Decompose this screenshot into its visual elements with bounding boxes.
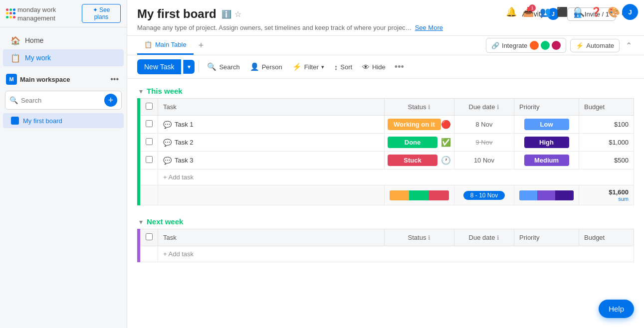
logo-dot-2 — [9, 8, 12, 11]
group-this-week-toggle[interactable]: ▾ — [139, 87, 143, 95]
sidebar-item-my-work[interactable]: 📋 My work — [3, 49, 124, 66]
integrate-button[interactable]: 🔗 Integrate — [486, 38, 566, 53]
workspace-more-button[interactable]: ••• — [108, 74, 121, 85]
person-toolbar-button[interactable]: 👤 Person — [246, 60, 286, 74]
group-next-week-toggle[interactable]: ▾ — [139, 218, 143, 226]
board-info-icon[interactable]: ℹ️ — [221, 9, 231, 19]
task-due-date-cell-0[interactable]: 8 Nov — [454, 116, 514, 134]
task-status-badge-0[interactable]: Working on it — [388, 119, 441, 130]
nw-add-task-cell[interactable]: + Add task — [158, 246, 634, 262]
sidebar-top-bar: monday work management ✦ See plans — [0, 0, 127, 27]
task-name-cell-1[interactable]: 💬 Task 2 — [158, 134, 385, 152]
group-next-week-title[interactable]: Next week — [147, 217, 183, 226]
board-star-icon[interactable]: ☆ — [234, 9, 241, 19]
global-search-button[interactable]: 🔍 — [572, 4, 587, 19]
summary-priority-low — [519, 190, 537, 200]
add-check-cell — [141, 169, 158, 185]
help-question-button[interactable]: ❓ — [589, 4, 604, 19]
group-this-week-title[interactable]: This week — [147, 87, 183, 95]
sidebar-search-input[interactable] — [21, 97, 101, 104]
sidebar-item-home-label: Home — [25, 36, 43, 44]
filter-dropdown-icon: ▾ — [321, 64, 324, 70]
group-next-week-container: Task Status ℹ Due date — [137, 229, 634, 262]
apps-button[interactable]: ⬛ — [555, 4, 570, 19]
automate-button[interactable]: ⚡ Automate — [570, 39, 620, 52]
th-due-date-info-icon[interactable]: ℹ — [497, 104, 499, 111]
automate-label: Automate — [586, 42, 614, 49]
logo-dot-5 — [9, 12, 12, 14]
logo-dot-3 — [13, 8, 15, 11]
color-logo-icon: 🎨 — [608, 6, 620, 18]
collapse-button[interactable]: ⌃ — [624, 39, 634, 52]
task-name-cell-2[interactable]: 💬 Task 3 — [158, 152, 385, 169]
sidebar-add-button[interactable]: + — [104, 94, 117, 107]
more-toolbar-button[interactable]: ••• — [392, 60, 407, 74]
task-checkbox-1[interactable] — [146, 138, 153, 145]
task-priority-badge-0[interactable]: Low — [524, 119, 569, 130]
brand-name: monday — [17, 6, 40, 13]
tab-add-button[interactable]: + — [194, 36, 209, 55]
sort-toolbar-label: Sort — [340, 63, 352, 71]
nw-add-task-row[interactable]: + Add task — [141, 246, 634, 262]
task-checkbox-0[interactable] — [146, 120, 153, 127]
summary-check-cell — [141, 185, 158, 205]
select-all-checkbox[interactable] — [146, 103, 153, 110]
task-emoji-1[interactable]: 💬 — [163, 139, 172, 147]
sidebar-item-home[interactable]: 🏠 Home — [3, 32, 124, 49]
task-name-1: Task 2 — [175, 139, 194, 146]
hide-toolbar-button[interactable]: 👁 Hide — [358, 60, 390, 74]
summary-priority-medium — [537, 190, 555, 200]
add-task-cell[interactable]: + Add task — [158, 169, 634, 185]
summary-priority-cell — [514, 185, 579, 205]
summary-seg-done — [409, 190, 429, 200]
next-week-header-row: Task Status ℹ Due date — [141, 229, 634, 246]
task-status-cell-1[interactable]: Done ✅ — [385, 134, 454, 152]
filter-toolbar-button[interactable]: ⚡ Filter ▾ — [288, 60, 328, 74]
toolbar: New Task ▾ 🔍 Search 👤 Person ⚡ Filter ▾ … — [127, 55, 644, 79]
task-due-date-cell-2[interactable]: 10 Nov — [454, 152, 514, 169]
nw-select-all-checkbox[interactable] — [146, 233, 153, 240]
nw-th-status-info-icon[interactable]: ℹ — [428, 234, 430, 241]
th-status-info-icon[interactable]: ℹ — [428, 104, 430, 111]
task-priority-cell-2[interactable]: Medium — [514, 152, 579, 169]
summary-seg-stuck — [429, 190, 449, 200]
integration-circle-3 — [552, 41, 561, 50]
task-status-cell-2[interactable]: Stuck 🕐 — [385, 152, 454, 169]
inbox-button[interactable]: 📥 1 — [521, 4, 536, 19]
th-status: Status ℹ — [385, 99, 454, 116]
nw-th-due-date-info-icon[interactable]: ℹ — [497, 234, 499, 241]
sidebar-item-my-first-board[interactable]: My first board — [3, 113, 124, 128]
task-emoji-0[interactable]: 💬 — [163, 121, 172, 129]
notification-button[interactable]: 🔔 — [504, 4, 519, 19]
user-avatar[interactable]: J — [622, 4, 638, 20]
task-priority-badge-1[interactable]: High — [524, 137, 569, 148]
summary-color-bar — [390, 190, 449, 200]
add-task-row[interactable]: + Add task — [141, 169, 634, 185]
task-priority-cell-1[interactable]: High — [514, 134, 579, 152]
task-status-badge-2[interactable]: Stuck — [388, 155, 437, 166]
task-emoji-2[interactable]: 💬 — [163, 157, 172, 164]
new-task-button[interactable]: New Task — [137, 59, 181, 74]
new-task-dropdown-button[interactable]: ▾ — [183, 60, 195, 74]
global-search-icon: 🔍 — [574, 7, 585, 17]
integration-icons — [530, 41, 561, 50]
search-toolbar-button[interactable]: 🔍 Search — [203, 60, 243, 74]
nw-th-status-label: Status — [408, 234, 427, 241]
sort-toolbar-button[interactable]: ↕ Sort — [330, 60, 356, 74]
sidebar: monday work management ✦ See plans 🏠 Hom… — [0, 0, 127, 328]
filter-toolbar-label: Filter — [304, 63, 319, 71]
see-plans-button[interactable]: ✦ See plans — [82, 4, 121, 23]
help-button[interactable]: Help — [599, 300, 634, 318]
task-status-cell-0[interactable]: Working on it 🔴 — [385, 116, 454, 134]
task-name-cell-0[interactable]: 💬 Task 1 — [158, 116, 385, 134]
task-checkbox-2[interactable] — [146, 156, 153, 163]
task-status-badge-1[interactable]: Done — [388, 137, 437, 148]
invite-people-button[interactable]: 👥 — [538, 4, 553, 19]
my-work-icon: 📋 — [11, 53, 20, 62]
tab-main-table[interactable]: 📋 Main Table — [137, 36, 194, 55]
task-priority-badge-2[interactable]: Medium — [524, 155, 569, 166]
table-row: 💬 Task 1 Working on it 🔴 8 Nov Low $100 — [141, 116, 634, 134]
task-due-date-cell-1[interactable]: 9 Nov — [454, 134, 514, 152]
task-priority-cell-0[interactable]: Low — [514, 116, 579, 134]
see-more-link[interactable]: See More — [415, 24, 443, 31]
